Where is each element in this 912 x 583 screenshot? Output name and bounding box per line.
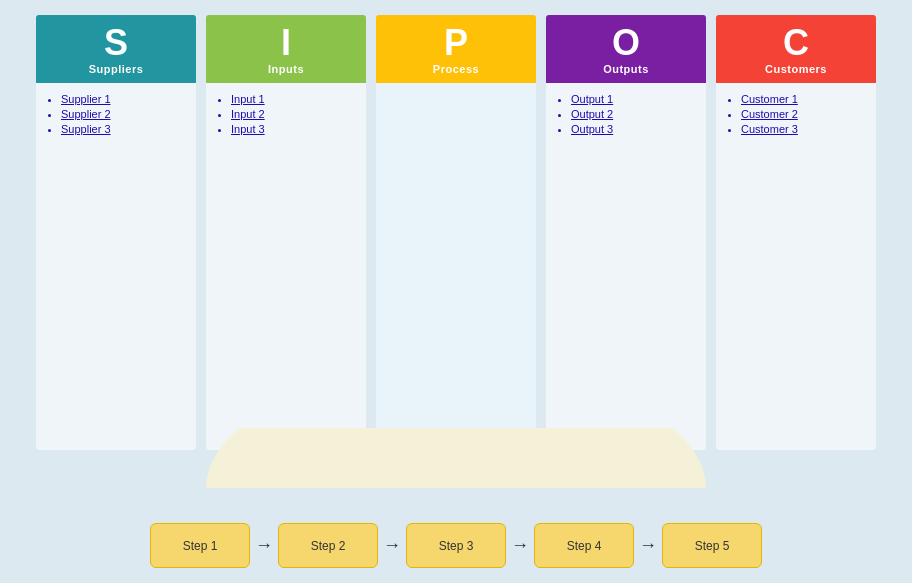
header-i: IInputs	[206, 15, 366, 83]
list-item[interactable]: Input 1	[231, 93, 356, 105]
column-o: OOutputsOutput 1Output 2Output 3	[546, 15, 706, 450]
step-box-4[interactable]: Step 4	[534, 523, 634, 568]
column-c: CCustomersCustomer 1Customer 2Customer 3	[716, 15, 876, 450]
list-item[interactable]: Supplier 1	[61, 93, 186, 105]
list-item[interactable]: Input 2	[231, 108, 356, 120]
body-c: Customer 1Customer 2Customer 3	[716, 83, 876, 450]
arrow-1: →	[255, 535, 273, 556]
step-box-3[interactable]: Step 3	[406, 523, 506, 568]
list-item[interactable]: Output 1	[571, 93, 696, 105]
subtitle-i: Inputs	[211, 63, 361, 75]
header-o: OOutputs	[546, 15, 706, 83]
header-s: SSuppliers	[36, 15, 196, 83]
sipoc-area: SSuppliersSupplier 1Supplier 2Supplier 3…	[0, 0, 912, 450]
list-item[interactable]: Input 3	[231, 123, 356, 135]
column-p: PProcess	[376, 15, 536, 450]
body-i: Input 1Input 2Input 3	[206, 83, 366, 450]
column-s: SSuppliersSupplier 1Supplier 2Supplier 3	[36, 15, 196, 450]
subtitle-c: Customers	[721, 63, 871, 75]
list-o: Output 1Output 2Output 3	[561, 93, 696, 135]
letter-o: O	[551, 23, 701, 63]
main-container: SSuppliersSupplier 1Supplier 2Supplier 3…	[0, 0, 912, 583]
list-s: Supplier 1Supplier 2Supplier 3	[51, 93, 186, 135]
column-i: IInputsInput 1Input 2Input 3	[206, 15, 366, 450]
list-item[interactable]: Customer 2	[741, 108, 866, 120]
list-item[interactable]: Output 3	[571, 123, 696, 135]
list-item[interactable]: Output 2	[571, 108, 696, 120]
process-flow: Step 1→Step 2→Step 3→Step 4→Step 5	[81, 523, 831, 568]
arch-container	[206, 428, 706, 488]
step-box-2[interactable]: Step 2	[278, 523, 378, 568]
header-p: PProcess	[376, 15, 536, 83]
letter-c: C	[721, 23, 871, 63]
arrow-3: →	[511, 535, 529, 556]
body-p	[376, 83, 536, 450]
step-box-5[interactable]: Step 5	[662, 523, 762, 568]
arch-shape	[206, 428, 706, 488]
subtitle-o: Outputs	[551, 63, 701, 75]
list-item[interactable]: Customer 1	[741, 93, 866, 105]
step-box-1[interactable]: Step 1	[150, 523, 250, 568]
body-s: Supplier 1Supplier 2Supplier 3	[36, 83, 196, 450]
header-c: CCustomers	[716, 15, 876, 83]
letter-p: P	[381, 23, 531, 63]
subtitle-s: Suppliers	[41, 63, 191, 75]
arrow-4: →	[639, 535, 657, 556]
arrow-2: →	[383, 535, 401, 556]
list-i: Input 1Input 2Input 3	[221, 93, 356, 135]
subtitle-p: Process	[381, 63, 531, 75]
letter-i: I	[211, 23, 361, 63]
list-item[interactable]: Supplier 3	[61, 123, 186, 135]
list-item[interactable]: Customer 3	[741, 123, 866, 135]
list-c: Customer 1Customer 2Customer 3	[731, 93, 866, 135]
body-o: Output 1Output 2Output 3	[546, 83, 706, 450]
list-item[interactable]: Supplier 2	[61, 108, 186, 120]
letter-s: S	[41, 23, 191, 63]
